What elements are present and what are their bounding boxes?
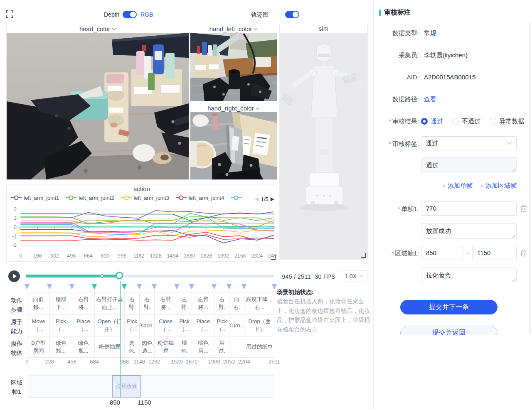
- table-cell: 右臂.: [214, 292, 229, 314]
- legend-marker-icon: [176, 195, 187, 200]
- radio-option-abnormal[interactable]: 异常数据: [490, 118, 524, 125]
- right-panel-scrollbar[interactable]: [529, 23, 531, 334]
- head-camera-image: [7, 33, 189, 179]
- add-single-frame-link[interactable]: + 添加单帧: [442, 182, 473, 189]
- depth-rgb-toggle[interactable]: [123, 11, 137, 18]
- legend-next-icon[interactable]: ▶: [271, 196, 274, 202]
- sim-title-label: sim: [319, 25, 328, 32]
- head-camera-title[interactable]: head_color: [7, 24, 189, 33]
- depth-label: Depth: [104, 11, 119, 18]
- frame-axis-label: 456: [67, 358, 76, 365]
- step-boundary-marker[interactable]: [25, 284, 30, 290]
- data-path-view-link[interactable]: 查看: [424, 96, 436, 103]
- delete-region-frame-icon[interactable]: [520, 249, 527, 257]
- region-frame-block[interactable]: 拉化妆盒: [112, 375, 141, 398]
- step-boundary-marker[interactable]: [92, 284, 97, 290]
- region-frame-note-textarea[interactable]: 拉化妆盒: [421, 268, 517, 283]
- data-path-label: 数据路径:: [374, 96, 419, 103]
- hand-left-camera-title[interactable]: hand_left_color: [190, 24, 277, 33]
- region-start-input[interactable]: 850: [421, 246, 463, 260]
- radio-selected-icon[interactable]: [421, 118, 428, 125]
- region-end-input[interactable]: 1150: [472, 246, 517, 260]
- submit-return-button[interactable]: 提交并返回: [400, 326, 498, 335]
- progress-slider-handle[interactable]: [116, 272, 123, 279]
- radio-option-pass[interactable]: 通过: [421, 118, 443, 125]
- rgb-label: RGB: [140, 11, 153, 18]
- step-boundary-marker[interactable]: [189, 284, 195, 290]
- step-boundary-marker[interactable]: [212, 284, 217, 290]
- resize-corner-icon[interactable]: [271, 255, 276, 260]
- table-cell: 向右.: [229, 292, 244, 314]
- fullscreen-icon[interactable]: [6, 10, 13, 18]
- review-tag-select[interactable]: 通过: [421, 136, 517, 150]
- legend-item[interactable]: left_arm_joint3: [121, 195, 169, 201]
- add-region-frame-link[interactable]: + 添加区域帧: [480, 182, 517, 189]
- submit-next-button[interactable]: 提交并下一条: [400, 300, 498, 314]
- svg-text:2324: 2324: [251, 253, 263, 259]
- action-chart-title: action: [7, 184, 277, 193]
- table-cell: Move（...: [27, 315, 50, 336]
- title-accent-bar: [379, 10, 381, 16]
- radio-unselected-icon[interactable]: [490, 118, 496, 125]
- region-left-handle[interactable]: [114, 383, 115, 390]
- step-boundary-marker[interactable]: [69, 284, 75, 290]
- chevron-down-icon: [112, 24, 116, 33]
- table-cell: Pick（...: [50, 315, 72, 336]
- frame-progress-label: 945 / 2511: [282, 273, 311, 280]
- trajectory-toggle[interactable]: [285, 11, 299, 18]
- frame-axis-label: 1900: [208, 358, 220, 365]
- hand-left-title-label: hand_left_color: [209, 25, 252, 32]
- delete-single-frame-icon[interactable]: [520, 205, 527, 212]
- legend-item[interactable]: le: [231, 195, 241, 201]
- legend-item[interactable]: left_arm_joint2: [66, 195, 114, 201]
- chevron-down-icon: [360, 275, 364, 277]
- region-right-handle[interactable]: [138, 383, 139, 390]
- required-asterisk: *: [389, 118, 392, 125]
- legend-item[interactable]: left_arm_joint1: [11, 195, 59, 201]
- resize-handle-icon[interactable]: [512, 234, 515, 238]
- step-boundary-marker[interactable]: [272, 284, 277, 290]
- step-boundary-marker[interactable]: [47, 284, 52, 290]
- step-boundary-marker[interactable]: [137, 284, 142, 290]
- hand-right-camera-title[interactable]: hand_right_color: [190, 103, 277, 112]
- play-button[interactable]: [8, 270, 20, 282]
- single-frame-note-textarea[interactable]: 放置成功: [421, 223, 517, 239]
- step-boundary-marker[interactable]: [122, 284, 127, 290]
- resize-handle-icon[interactable]: [512, 168, 515, 172]
- table-cell: 右臂.: [140, 292, 155, 314]
- action-line-chart: -2-1012016633249866483099611621328149416…: [7, 204, 277, 261]
- hand-right-camera-image: [190, 112, 277, 179]
- legend-item[interactable]: left_arm_joint4: [176, 195, 224, 201]
- svg-text:664: 664: [84, 253, 93, 259]
- annotation-review-app: Depth RGB 轨迹图 head_color: [0, 0, 532, 410]
- table-cell: 绿色瓶...: [50, 336, 72, 358]
- table-cell: 用过的纸巾: [244, 336, 275, 358]
- svg-text:1328: 1328: [150, 253, 162, 259]
- trajectory-label: 轨迹图: [251, 11, 268, 19]
- legend-marker-icon: [11, 195, 22, 200]
- resize-corner-icon[interactable]: [361, 253, 366, 258]
- step-boundary-marker[interactable]: [152, 284, 157, 290]
- radio-unselected-icon[interactable]: [452, 118, 459, 125]
- scene-initial-state-title: 场景初始状态:: [277, 289, 314, 296]
- legend-prev-icon[interactable]: ◀: [255, 196, 259, 202]
- region-block-label: 拉化妆盒: [116, 383, 137, 390]
- single-frame-input[interactable]: 770: [421, 201, 517, 216]
- step-boundary-marker[interactable]: [174, 284, 180, 290]
- playback-speed-select[interactable]: 1.0X: [341, 270, 367, 282]
- legend-marker-icon: [231, 195, 241, 200]
- table-cell: Place..: [140, 315, 155, 336]
- row-label-region-frame: 区域帧1: [10, 378, 23, 397]
- table-cell: Place（...: [192, 315, 214, 336]
- region-frame-label: *区域帧1:: [374, 250, 419, 258]
- table-cell: 粉饼抽屉: [155, 336, 177, 358]
- review-tag-note-textarea[interactable]: 通过: [421, 157, 517, 173]
- step-boundary-marker[interactable]: [241, 284, 247, 290]
- radio-option-fail[interactable]: 不通过: [452, 118, 480, 125]
- resize-handle-icon[interactable]: [512, 278, 515, 282]
- table-cell: 桃色.: [177, 336, 192, 358]
- region-frame-bar[interactable]: 拉化妆盒: [28, 375, 274, 398]
- panel-divider: [373, 0, 374, 410]
- table-cell: 高度下降，右...: [244, 292, 275, 314]
- step-boundary-marker[interactable]: [227, 284, 232, 290]
